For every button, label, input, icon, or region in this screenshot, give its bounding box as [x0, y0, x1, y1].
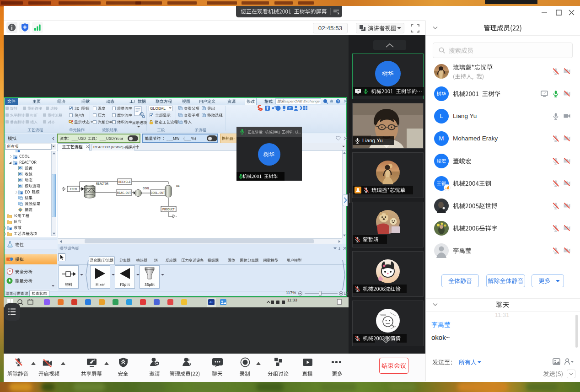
svg-text:?: ?	[337, 99, 339, 103]
svg-text:COOL-OUT: COOL-OUT	[151, 192, 165, 195]
svg-text:PRODUCT: PRODUCT	[162, 208, 175, 211]
svg-text:REACTOR: REACTOR	[96, 183, 108, 186]
svg-text:COOL: COOL	[143, 187, 150, 190]
svg-text:FEED: FEED	[70, 188, 77, 191]
svg-text:RECYCLE: RECYCLE	[118, 181, 131, 184]
svg-text:B4: B4	[176, 185, 180, 188]
svg-text:REAC-OUT: REAC-OUT	[117, 192, 131, 195]
